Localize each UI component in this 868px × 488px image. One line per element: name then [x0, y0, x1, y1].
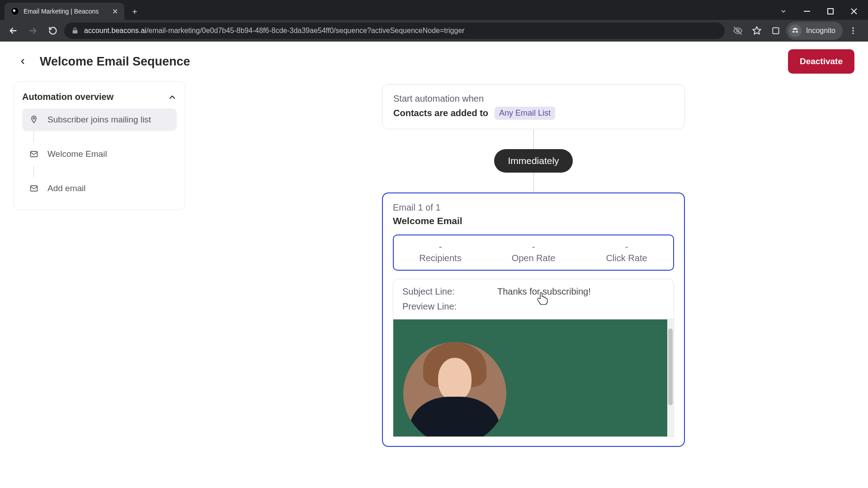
email-meta: Email 1 of 1	[393, 202, 674, 213]
connector-line	[33, 165, 177, 177]
trigger-card[interactable]: Start automation when Contacts are added…	[382, 84, 685, 129]
stat-open-rate: - Open Rate	[487, 242, 580, 263]
incognito-label: Incognito	[806, 27, 835, 35]
back-button[interactable]	[14, 52, 32, 70]
nav-forward-button[interactable]	[24, 22, 42, 39]
audience-chip[interactable]: Any Email List	[495, 107, 555, 120]
address-bar[interactable]: account.beacons.ai/email-marketing/0e0d7…	[64, 23, 725, 39]
sidebar-item-trigger[interactable]: Subscriber joins mailing list	[22, 108, 177, 131]
chevron-up-icon[interactable]	[168, 93, 177, 102]
email-preview-box: Subject Line: Thanks for subscribing! Pr…	[393, 279, 674, 437]
trigger-line2-prefix: Contacts are added to	[393, 108, 488, 118]
eye-off-icon[interactable]	[729, 22, 746, 39]
kebab-menu-icon[interactable]	[844, 22, 862, 39]
connector-line	[533, 129, 534, 149]
tab-overview-icon[interactable]	[773, 4, 794, 19]
connector-line	[33, 131, 177, 143]
close-window-button[interactable]	[844, 4, 864, 19]
sidebar-item-welcome-email[interactable]: Welcome Email	[22, 143, 177, 165]
svg-rect-1	[828, 9, 833, 14]
email-card[interactable]: Email 1 of 1 Welcome Email - Recipients …	[382, 192, 685, 447]
sidebar-title: Automation overview	[22, 92, 113, 102]
incognito-badge[interactable]: Incognito	[786, 22, 843, 40]
svg-point-6	[852, 33, 854, 34]
scrollbar-thumb[interactable]	[668, 328, 673, 405]
sidebar-item-add-email[interactable]: Add email	[22, 177, 177, 200]
svg-point-7	[33, 117, 34, 119]
mail-icon	[28, 150, 39, 159]
page-title: Welcome Email Sequence	[40, 55, 190, 69]
trigger-line1: Start automation when	[393, 94, 674, 104]
deactivate-button[interactable]: Deactivate	[788, 49, 854, 74]
url-text: account.beacons.ai/email-marketing/0e0d7…	[84, 27, 717, 35]
mail-icon	[28, 184, 39, 193]
email-title: Welcome Email	[393, 216, 674, 226]
browser-tab[interactable]: Email Marketing | Beacons ✕	[5, 3, 124, 20]
svg-point-5	[852, 30, 854, 31]
incognito-icon	[789, 24, 802, 37]
sidebar-item-label: Subscriber joins mailing list	[47, 115, 151, 125]
lock-icon	[71, 27, 79, 34]
timing-pill[interactable]: Immediately	[494, 149, 572, 173]
reload-button[interactable]	[44, 22, 61, 39]
connector-line	[533, 173, 534, 192]
avatar-image	[403, 342, 506, 437]
pin-icon	[28, 115, 39, 124]
nav-back-button[interactable]	[5, 22, 22, 39]
extensions-icon[interactable]	[767, 22, 784, 39]
stat-recipients: - Recipients	[394, 242, 487, 263]
stats-box[interactable]: - Recipients - Open Rate - Click Rate	[393, 235, 674, 271]
minimize-window-button[interactable]	[797, 4, 817, 19]
sidebar-card: Automation overview Subscriber joins mai…	[14, 81, 185, 210]
tab-title: Email Marketing | Beacons	[24, 8, 108, 15]
favicon-icon	[11, 7, 19, 15]
new-tab-button[interactable]: ＋	[124, 3, 145, 20]
svg-rect-0	[804, 11, 810, 12]
sidebar-item-label: Add email	[47, 183, 86, 193]
preview-scrollbar[interactable]	[667, 319, 674, 436]
email-body-preview[interactable]	[393, 319, 674, 436]
bookmark-star-icon[interactable]	[748, 22, 765, 39]
subject-line-key: Subject Line:	[402, 286, 470, 297]
close-tab-icon[interactable]: ✕	[112, 7, 118, 16]
svg-rect-3	[773, 28, 778, 33]
maximize-window-button[interactable]	[820, 4, 841, 19]
subject-line-value: Thanks for subscribing!	[497, 286, 591, 297]
sidebar-item-label: Welcome Email	[47, 149, 107, 159]
preview-line-key: Preview Line:	[402, 301, 470, 312]
svg-point-4	[852, 28, 854, 29]
stat-click-rate: - Click Rate	[580, 242, 673, 263]
